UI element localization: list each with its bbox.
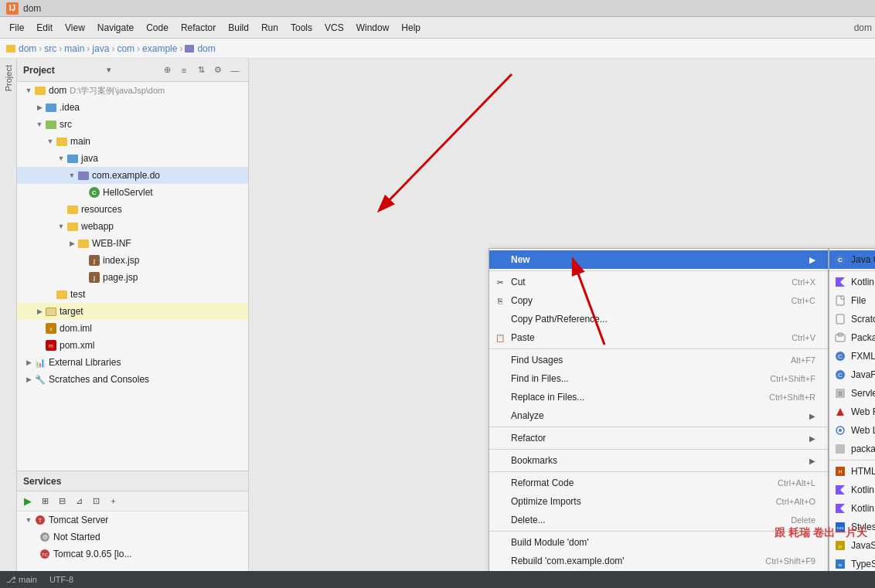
sub-package-info[interactable]: package-info.java xyxy=(829,440,875,458)
breadcrumb-java[interactable]: java xyxy=(92,43,109,54)
breadcrumb-dom-end[interactable]: dom xyxy=(197,43,215,54)
sub-fxml-file[interactable]: C FXML File xyxy=(829,347,875,365)
breadcrumb-dom[interactable]: dom xyxy=(19,43,36,54)
sub-javafx-app[interactable]: C JavaFX Application xyxy=(829,365,875,384)
tree-ext-libs[interactable]: ▶ 📊 External Libraries xyxy=(17,354,248,371)
sub-web-listener[interactable]: Web Listener xyxy=(829,421,875,440)
tree-dom-root[interactable]: ▼ dom D:\学习案例\javaJsp\dom xyxy=(17,82,248,99)
ctx-find-usages[interactable]: Find Usages Alt+F7 xyxy=(489,351,828,369)
tree-target[interactable]: ▶ target xyxy=(17,303,248,320)
ctx-refactor[interactable]: Refactor ▶ xyxy=(489,429,828,447)
menu-view[interactable]: View xyxy=(59,19,91,36)
ctx-rebuild[interactable]: Rebuild 'com.example.dom' Ctrl+Shift+F9 xyxy=(489,552,828,570)
sub-icon-fxml-file: C xyxy=(834,350,846,362)
breadcrumb-main[interactable]: main xyxy=(64,43,84,54)
tree-main[interactable]: ▼ main xyxy=(17,133,248,150)
panel-title: Project xyxy=(23,65,55,76)
sub-java-class[interactable]: C Java Class xyxy=(829,250,875,269)
ctx-arrow-new: ▶ xyxy=(809,256,815,264)
ctx-cut[interactable]: ✂ Cut Ctrl+X xyxy=(489,273,828,291)
menu-build[interactable]: Build xyxy=(222,19,255,36)
menu-window[interactable]: Window xyxy=(350,19,396,36)
ctx-find-files[interactable]: Find in Files... Ctrl+Shift+F xyxy=(489,369,828,388)
ctx-copy-path[interactable]: Copy Path/Reference... xyxy=(489,310,828,328)
tree-index-jsp[interactable]: ▶ j index.jsp xyxy=(17,252,248,269)
menu-code[interactable]: Code xyxy=(140,19,175,36)
menu-tools[interactable]: Tools xyxy=(284,19,318,36)
menu-navigate[interactable]: Navigate xyxy=(91,19,140,36)
panel-icon-collapse[interactable]: ≡ xyxy=(177,63,191,77)
sub-package[interactable]: Package xyxy=(829,328,875,347)
srv-not-started[interactable]: ⚙ Not Started xyxy=(17,529,248,546)
tree-pom-xml[interactable]: ▶ m pom.xml xyxy=(17,337,248,354)
srv-filter-btn[interactable]: ⊿ xyxy=(71,494,87,509)
menu-run[interactable]: Run xyxy=(255,19,284,36)
tree-src[interactable]: ▼ src xyxy=(17,116,248,133)
svg-marker-19 xyxy=(836,408,844,416)
ctx-refactor-icon xyxy=(494,432,506,444)
menu-edit[interactable]: Edit xyxy=(30,19,59,36)
ctx-optimize[interactable]: Optimize Imports Ctrl+Alt+O xyxy=(489,492,828,511)
ctx-replace-files[interactable]: Replace in Files... Ctrl+Shift+R xyxy=(489,388,828,406)
tree-arrow-resources: ▶ xyxy=(56,206,66,213)
menu-vcs[interactable]: VCS xyxy=(318,19,350,36)
panel-dropdown[interactable]: ▾ xyxy=(107,65,111,75)
side-tab-project[interactable]: Project xyxy=(1,59,16,97)
ctx-analyze[interactable]: Analyze ▶ xyxy=(489,406,828,425)
tree-idea[interactable]: ▶ .idea xyxy=(17,99,248,116)
ctx-paste[interactable]: 📋 Paste Ctrl+V xyxy=(489,328,828,347)
srv-tomcat-server[interactable]: ▼ T Tomcat Server xyxy=(17,512,248,529)
ctx-label-copy-path: Copy Path/Reference... xyxy=(511,314,815,325)
sub-kotlin-class[interactable]: Kotlin Class/File xyxy=(829,273,875,291)
panel-icon-locate[interactable]: ⊕ xyxy=(160,63,174,77)
sub-web-filter[interactable]: Web Filter xyxy=(829,403,875,421)
panel-icon-minimize[interactable]: — xyxy=(228,63,242,77)
tree-scratches[interactable]: ▶ 🔧 Scratches and Consoles xyxy=(17,371,248,388)
ctx-label-reformat: Reformat Code xyxy=(511,478,762,488)
tree-test[interactable]: ▶ test xyxy=(17,286,248,303)
sub-scratch-file[interactable]: Scratch File Ctrl+Alt+Shift+Insert xyxy=(829,310,875,328)
sub-servlet[interactable]: S Servlet xyxy=(829,384,875,403)
panel-icon-settings[interactable]: ⚙ xyxy=(211,63,225,77)
sub-html-file[interactable]: H HTML File xyxy=(829,462,875,481)
tree-dom-iml[interactable]: ▶ x dom.iml xyxy=(17,320,248,337)
tree-java[interactable]: ▼ java xyxy=(17,150,248,167)
tree-label-page: page.jsp xyxy=(103,272,138,283)
services-header: Services xyxy=(17,471,248,491)
menu-file[interactable]: File xyxy=(3,19,30,36)
tree-page-jsp[interactable]: ▶ j page.jsp xyxy=(17,269,248,286)
srv-add-btn[interactable]: ＋ xyxy=(105,494,121,509)
tree-com-example-dom[interactable]: ▼ com.example.do xyxy=(17,167,248,184)
tree-resources[interactable]: ▶ resources xyxy=(17,201,248,218)
srv-expand-btn[interactable]: ⊞ xyxy=(37,494,53,509)
ctx-new[interactable]: New ▶ xyxy=(489,250,828,269)
sub-file[interactable]: File xyxy=(829,291,875,310)
svg-text:⚙: ⚙ xyxy=(43,534,48,541)
sub-kotlin-worksheet[interactable]: Kotlin Worksheet xyxy=(829,499,875,518)
tree-web-inf[interactable]: ▶ WEB-INF xyxy=(17,235,248,252)
srv-collapse-btn[interactable]: ⊟ xyxy=(54,494,70,509)
ctx-reformat[interactable]: Reformat Code Ctrl+Alt+L xyxy=(489,474,828,492)
sub-kotlin-script[interactable]: Kotlin Script xyxy=(829,481,875,499)
srv-run-btn[interactable]: ▶ xyxy=(20,494,36,509)
panel-icon-expand[interactable]: ⇅ xyxy=(194,63,208,77)
ctx-run-tests[interactable]: ▶ Run 'Tests in 'com.example.dom'' Ctrl+… xyxy=(489,570,828,571)
srv-tomcat-version[interactable]: TC Tomcat 9.0.65 [lo... xyxy=(17,546,248,563)
status-bar: ⎇ main UTF-8 xyxy=(0,571,875,588)
menu-refactor[interactable]: Refactor xyxy=(175,19,222,36)
breadcrumb-com[interactable]: com xyxy=(117,43,134,54)
srv-config-btn[interactable]: ⊡ xyxy=(88,494,104,509)
breadcrumb-example[interactable]: example xyxy=(142,43,177,54)
ctx-bookmarks[interactable]: Bookmarks ▶ xyxy=(489,451,828,470)
tree-webapp[interactable]: ▼ webapp xyxy=(17,218,248,235)
menu-help[interactable]: Help xyxy=(395,19,427,36)
sub-icon-ts-file: ts xyxy=(834,558,846,570)
breadcrumb-src[interactable]: src xyxy=(44,43,56,54)
folder-icon-test xyxy=(56,289,68,300)
project-panel: Project ▾ ⊕ ≡ ⇅ ⚙ — ▼ dom D:\学习案例\javaJ xyxy=(17,59,249,571)
ctx-copy[interactable]: ⎘ Copy Ctrl+C xyxy=(489,291,828,310)
menu-bar: File Edit View Navigate Code Refactor Bu… xyxy=(0,17,875,39)
tomcat-version-icon: TC xyxy=(39,549,51,559)
tree-hello-servlet[interactable]: ▶ C HelloServlet xyxy=(17,184,248,201)
sub-ts-file[interactable]: ts TypeScript File xyxy=(829,555,875,571)
